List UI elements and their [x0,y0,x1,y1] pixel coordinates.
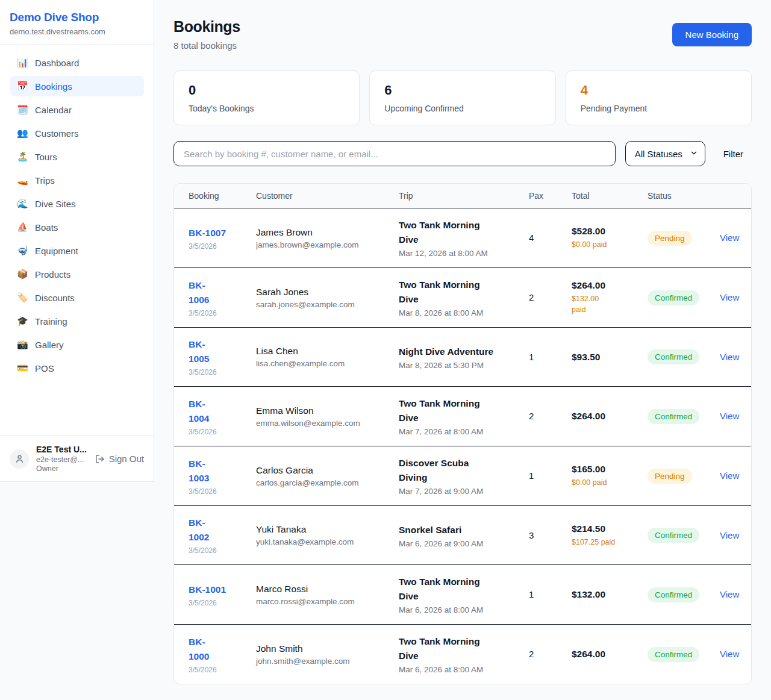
person-icon [14,454,25,464]
customer-name: Marco Rossi [256,584,384,595]
sidebar-item-boats[interactable]: ⛵ Boats [10,217,144,237]
sidebar-item-dive-sites[interactable]: 🌊 Dive Sites [10,193,144,214]
booking-date: 3/5/2026 [189,368,242,377]
table-row: BK- 1002 3/5/2026 Yuki Tanaka yuki.tanak… [174,506,751,565]
trip-name: Night Dive Adventure [399,345,514,359]
filter-button[interactable]: Filter [715,149,752,159]
view-link[interactable]: View [720,589,739,599]
sidebar-item-dashboard[interactable]: 📊 Dashboard [10,52,144,73]
customer-name: Sarah Jones [256,287,384,298]
customer-email: marco.rossi@example.com [256,597,384,606]
view-link[interactable]: View [720,470,739,481]
customer-name: Carlos Garcia [256,465,384,476]
booking-link[interactable]: BK-1007 [189,226,226,240]
booking-link[interactable]: BK-1001 [189,583,226,597]
pax-count: 1 [529,589,534,599]
search-input[interactable] [173,141,616,166]
booking-date: 3/5/2026 [189,599,242,607]
dive-sites-icon: 🌊 [17,198,28,209]
sidebar-item-trips[interactable]: 🚤 Trips [10,170,144,190]
sidebar-item-discounts[interactable]: 🏷️ Discounts [10,287,144,308]
stats-row: 0 Today's Bookings 6 Upcoming Confirmed … [173,70,752,125]
user-role: Owner [36,464,88,473]
sidebar-item-pos[interactable]: 💳 POS [10,358,144,378]
sidebar-item-gallery[interactable]: 📸 Gallery [10,334,144,355]
trip-name: Snorkel Safari [399,523,514,537]
status-badge: Confirmed [648,647,699,662]
user-info: E2E Test U... e2e-tester@... Owner [36,445,88,473]
trip-name: Two Tank Morning Dive [399,575,514,604]
brand-block: Demo Dive Shop demo.test.divestreams.com [0,0,154,45]
gallery-icon: 📸 [17,339,28,350]
status-badge: Pending [648,469,692,484]
sidebar-item-label: Dive Sites [35,199,76,209]
column-header-status: Status [640,184,713,208]
sidebar-item-label: POS [35,363,54,373]
sidebar-item-training[interactable]: 🎓 Training [10,311,144,331]
customer-name: James Brown [256,227,384,238]
booking-link[interactable]: BK- 1005 [189,337,209,366]
status-badge: Confirmed [648,587,699,602]
pax-count: 1 [529,352,534,362]
booking-date: 3/5/2026 [189,309,242,317]
user-email: e2e-tester@... [36,455,88,464]
pax-count: 2 [529,411,534,421]
sign-out-button[interactable]: Sign Out [95,454,144,464]
booking-link[interactable]: BK- 1003 [189,457,209,486]
booking-link[interactable]: BK- 1004 [189,397,209,426]
customer-email: yuki.tanaka@example.com [256,537,384,546]
status-badge: Pending [648,231,692,246]
new-booking-button[interactable]: New Booking [672,23,752,46]
customer-email: carlos.garcia@example.com [256,478,384,487]
trip-name: Two Tank Morning Dive [399,396,514,425]
view-link[interactable]: View [720,292,739,302]
booking-link[interactable]: BK- 1002 [189,516,209,545]
sidebar-item-label: Training [35,316,67,327]
view-link[interactable]: View [720,411,739,421]
status-select-wrap: All Statuses [625,141,705,166]
total-amount: $214.50 [572,523,633,534]
view-link[interactable]: View [720,649,739,659]
trip-name: Two Tank Morning Dive [399,634,514,663]
stat-label: Upcoming Confirmed [384,104,540,113]
total-amount: $132.00 [572,589,633,600]
total-amount: $528.00 [572,226,633,237]
sidebar-item-calendar[interactable]: 🗓️ Calendar [10,99,144,120]
booking-link[interactable]: BK- 1006 [189,278,209,307]
sidebar-item-label: Discounts [35,293,75,303]
pax-count: 2 [529,649,534,659]
sidebar-item-products[interactable]: 📦 Products [10,264,144,284]
column-header-actions [713,184,751,208]
tours-icon: 🏝️ [17,151,28,162]
user-name: E2E Test U... [36,445,88,454]
sidebar-item-equipment[interactable]: 🤿 Equipment [10,240,144,261]
customers-icon: 👥 [17,128,28,139]
sidebar-item-bookings[interactable]: 📅 Bookings [10,76,144,96]
status-select[interactable]: All Statuses [625,141,705,166]
trip-date: Mar 6, 2026 at 8:00 AM [399,665,514,674]
discounts-icon: 🏷️ [17,292,28,303]
bookings-icon: 📅 [17,81,28,92]
pax-count: 1 [529,470,534,481]
app-root: Demo Dive Shop demo.test.divestreams.com… [0,0,771,700]
trip-date: Mar 7, 2026 at 8:00 AM [399,427,514,436]
sidebar-nav: 📊 Dashboard 📅 Bookings 🗓️ Calendar 👥 Cus… [0,45,154,436]
sidebar-item-customers[interactable]: 👥 Customers [10,123,144,143]
column-header-total: Total [564,184,640,208]
sidebar-item-label: Bookings [35,81,72,92]
sidebar-item-label: Calendar [35,105,72,115]
view-link[interactable]: View [720,530,739,540]
stat-card: 0 Today's Bookings [173,70,360,125]
stat-value: 0 [189,83,345,98]
sidebar-item-label: Dashboard [35,58,79,68]
user-section: E2E Test U... e2e-tester@... Owner Sign … [0,436,154,481]
customer-name: Emma Wilson [256,405,384,416]
view-link[interactable]: View [720,233,739,243]
view-link[interactable]: View [720,352,739,362]
sign-out-label: Sign Out [109,454,144,464]
trip-name: Two Tank Morning Dive [399,218,514,247]
equipment-icon: 🤿 [17,245,28,256]
sidebar-item-label: Trips [35,175,55,186]
sidebar-item-tours[interactable]: 🏝️ Tours [10,146,144,167]
booking-link[interactable]: BK- 1000 [189,635,209,664]
